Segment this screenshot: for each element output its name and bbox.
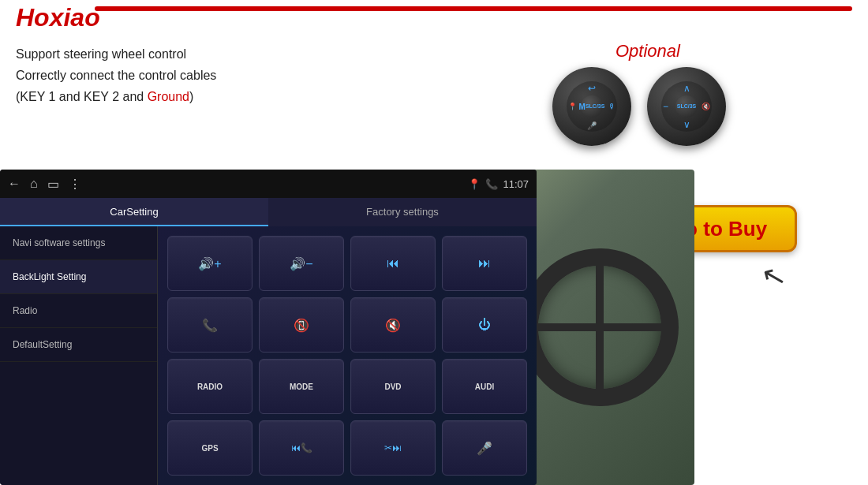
right-icon: 🎙 bbox=[608, 103, 615, 110]
mute-btn-icon: 🔇 bbox=[385, 318, 401, 333]
btn-radio[interactable]: RADIO bbox=[167, 359, 253, 414]
call-icon: 📞 bbox=[202, 318, 218, 333]
home-icon[interactable]: ⌂ bbox=[30, 177, 38, 191]
car-screen-wrapper: ← ⌂ ▭ ⋮ 📍 📞 11:07 CarSetting Factory set… bbox=[0, 170, 537, 485]
call-prev-icon: ⏮📞 bbox=[291, 442, 312, 453]
brand-logo: Hoxiao bbox=[16, 3, 100, 32]
controller-left: ↩ 🎤 📍 🎙 MSLC/3S bbox=[552, 67, 631, 146]
btn-dvd[interactable]: DVD bbox=[350, 359, 436, 414]
btn-call[interactable]: 📞 bbox=[167, 297, 253, 353]
vol-down-icon: 🔊− bbox=[290, 256, 312, 271]
mic-btn-icon: 🎤 bbox=[477, 441, 492, 456]
unit-content: Navi software settings BackLight Setting… bbox=[0, 226, 537, 485]
tab-factory-settings[interactable]: Factory settings bbox=[268, 198, 537, 226]
controller-right: ∧ ∨ − 🔇 SLC/3S bbox=[647, 67, 726, 146]
btn-gps[interactable]: GPS bbox=[167, 420, 253, 476]
desc-line2: Correctly connect the control cables bbox=[16, 65, 216, 86]
top-bar bbox=[95, 6, 852, 11]
phone-status-icon: 📞 bbox=[485, 178, 498, 190]
mute-icon: 🔇 bbox=[702, 103, 710, 110]
menu-item-radio[interactable]: Radio bbox=[0, 294, 157, 328]
arrow-up2-icon: ∧ bbox=[683, 83, 690, 94]
arrow-down2-icon: ∨ bbox=[683, 119, 690, 130]
controller-right-inner: ∧ ∨ − 🔇 SLC/3S bbox=[661, 81, 712, 132]
unit-tab-bar: CarSetting Factory settings bbox=[0, 198, 537, 226]
location-status-icon: 📍 bbox=[468, 178, 481, 190]
spoke-vertical bbox=[596, 264, 604, 390]
arrow-up-icon: ↩ bbox=[588, 83, 596, 94]
power-icon: ⏻ bbox=[478, 318, 491, 332]
menu-icon[interactable]: ⋮ bbox=[69, 177, 81, 192]
hangup-icon: 📵 bbox=[294, 318, 309, 333]
btn-mic[interactable]: 🎤 bbox=[442, 420, 527, 476]
btn-hangup[interactable]: 📵 bbox=[259, 297, 344, 353]
controller-left-arrows: ↩ 🎤 📍 🎙 bbox=[567, 81, 617, 132]
unit-button-grid: 🔊+ 🔊− ⏮ ⏭ 📞 📵 🔇 bbox=[158, 226, 537, 485]
btn-skip-next[interactable]: ✂⏭ bbox=[350, 420, 436, 476]
desc-line3: (KEY 1 and KEY 2 and Ground) bbox=[16, 86, 216, 107]
btn-power[interactable]: ⏻ bbox=[442, 297, 527, 353]
btn-vol-down[interactable]: 🔊− bbox=[259, 236, 344, 291]
controller-right-arrows: ∧ ∨ − 🔇 bbox=[661, 81, 712, 132]
desc-line3-part1: (KEY 1 and KEY 2 and bbox=[16, 90, 148, 103]
next-icon: ⏭ bbox=[478, 256, 491, 270]
btn-mode[interactable]: MODE bbox=[259, 359, 344, 414]
tab-carsetting[interactable]: CarSetting bbox=[0, 198, 268, 226]
status-time: 11:07 bbox=[503, 178, 529, 190]
menu-item-backlight[interactable]: BackLight Setting bbox=[0, 260, 157, 294]
menu-item-navi[interactable]: Navi software settings bbox=[0, 226, 157, 260]
prev-icon: ⏮ bbox=[387, 256, 399, 270]
btn-mute[interactable]: 🔇 bbox=[350, 297, 436, 353]
location-icon: 📍 bbox=[568, 103, 577, 110]
btn-next[interactable]: ⏭ bbox=[442, 236, 527, 291]
car-screen: ← ⌂ ▭ ⋮ 📍 📞 11:07 CarSetting Factory set… bbox=[0, 170, 537, 485]
window-icon[interactable]: ▭ bbox=[47, 177, 59, 192]
controller-left-inner: ↩ 🎤 📍 🎙 MSLC/3S bbox=[567, 81, 617, 132]
skip-next-icon: ✂⏭ bbox=[384, 442, 402, 453]
minus-icon: − bbox=[663, 101, 668, 112]
btn-prev[interactable]: ⏮ bbox=[350, 236, 436, 291]
vol-up-icon: 🔊+ bbox=[198, 256, 221, 271]
unit-topbar: ← ⌂ ▭ ⋮ 📍 📞 11:07 bbox=[0, 170, 537, 198]
controllers-area: ↩ 🎤 📍 🎙 MSLC/3S ∧ ∨ − 🔇 SLC/3S bbox=[552, 67, 726, 146]
back-icon[interactable]: ← bbox=[8, 177, 21, 191]
btn-call-prev[interactable]: ⏮📞 bbox=[259, 420, 344, 476]
desc-line3-highlight: Ground bbox=[148, 90, 189, 103]
desc-line3-part2: ) bbox=[189, 90, 193, 103]
optional-label: Optional bbox=[615, 41, 680, 62]
desc-line1: Support steering wheel control bbox=[16, 43, 216, 65]
description-block: Support steering wheel control Correctly… bbox=[16, 43, 216, 108]
status-bar: 📍 📞 11:07 bbox=[468, 178, 529, 190]
btn-vol-up[interactable]: 🔊+ bbox=[167, 236, 253, 291]
menu-item-default[interactable]: DefaultSetting bbox=[0, 328, 157, 362]
mic-icon: 🎤 bbox=[587, 121, 597, 130]
btn-audi[interactable]: AUDI bbox=[442, 359, 527, 414]
unit-menu: Navi software settings BackLight Setting… bbox=[0, 226, 158, 485]
steering-wheel bbox=[521, 248, 679, 406]
cursor-arrow-icon: ↖ bbox=[758, 258, 789, 296]
